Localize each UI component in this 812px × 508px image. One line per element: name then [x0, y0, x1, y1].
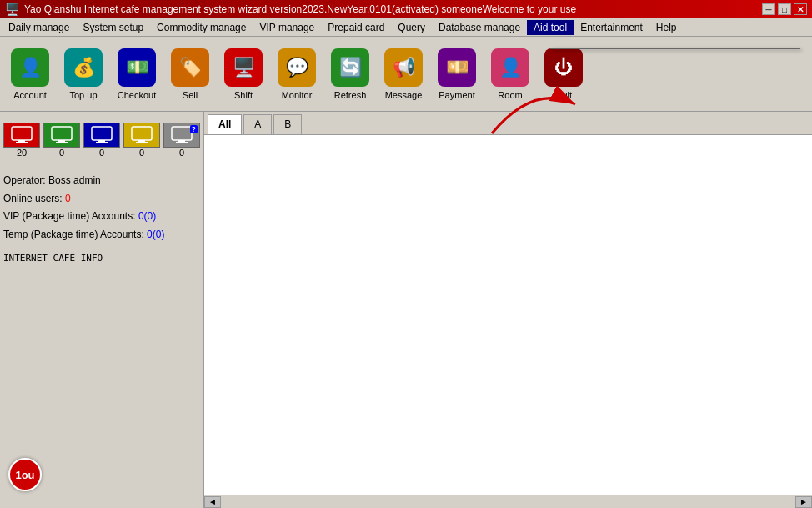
- shift-label: Shift: [234, 90, 253, 100]
- toolbar-btn-sell[interactable]: 🏷️Sell: [165, 41, 215, 108]
- toolbar-btn-shift[interactable]: 🖥️Shift: [218, 41, 268, 108]
- titlebar-controls: ─ □ ✕: [762, 3, 807, 15]
- shift-icon: 🖥️: [224, 48, 263, 87]
- scroll-right[interactable]: ►: [795, 496, 812, 508]
- tab-b[interactable]: B: [273, 114, 302, 134]
- toolbar-btn-checkout[interactable]: 💵Checkout: [112, 41, 162, 108]
- message-icon: 📢: [384, 48, 423, 87]
- cafe-info: INTERNET CAFE INFO: [3, 250, 200, 267]
- main-area: 20000?0◄ Operator: Boss admin Online use…: [0, 112, 812, 508]
- table-container[interactable]: [204, 135, 812, 495]
- menu-item-daily[interactable]: Daily manage: [2, 20, 76, 35]
- checkout-icon: 💵: [118, 48, 156, 87]
- message-label: Message: [385, 90, 423, 100]
- payment-icon: 💴: [438, 48, 476, 87]
- toolbar-btn-quit[interactable]: ⏻Quit: [539, 41, 589, 108]
- info-section: Operator: Boss admin Online users: 0 VIP…: [3, 172, 200, 267]
- room-icon: 👤: [491, 48, 529, 87]
- temp-label: Temp (Package time) Accounts:: [3, 229, 144, 240]
- status-icons: 20000?0◄: [3, 115, 200, 165]
- status-icon-2: 0: [83, 123, 120, 158]
- maximize-button[interactable]: □: [778, 3, 791, 15]
- refresh-icon: 🔄: [331, 48, 369, 87]
- status-icon-3: 0: [123, 123, 160, 158]
- tab-bar: AllAB: [204, 112, 812, 135]
- toolbar-btn-message[interactable]: 📢Message: [378, 41, 429, 108]
- dropdown-menu: [550, 48, 800, 49]
- operator-label: Operator:: [3, 174, 46, 186]
- monitor-label: Monitor: [282, 90, 313, 100]
- left-panel: 20000?0◄ Operator: Boss admin Online use…: [0, 112, 204, 508]
- toolbar-btn-payment[interactable]: 💴Payment: [432, 41, 482, 108]
- menu-item-entertainment[interactable]: Entertainment: [574, 20, 649, 35]
- tab-all[interactable]: All: [208, 114, 242, 134]
- user-badge: 1ou: [8, 458, 42, 491]
- online-users-value: 0: [65, 193, 71, 204]
- menu-item-query[interactable]: Query: [391, 20, 432, 35]
- menubar: Daily manageSystem setupCommodity manage…: [0, 18, 812, 37]
- svg-rect-3: [52, 127, 72, 140]
- vip-value: 0(0): [138, 210, 156, 222]
- titlebar: 🖥️ Yao Qianshu Internet cafe management …: [0, 0, 812, 18]
- menu-item-commodity[interactable]: Commodity manage: [150, 20, 253, 35]
- menu-item-database[interactable]: Database manage: [432, 20, 527, 35]
- minimize-button[interactable]: ─: [762, 3, 775, 15]
- temp-value: 0(0): [147, 229, 164, 240]
- svg-rect-0: [12, 127, 32, 140]
- toolbar-btn-monitor[interactable]: 💬Monitor: [272, 41, 322, 108]
- status-icon-4: ?0: [163, 123, 200, 158]
- quit-label: Quit: [555, 90, 572, 100]
- online-users-label: Online users:: [3, 193, 63, 204]
- user-badge-label: 1ou: [15, 469, 34, 481]
- svg-rect-8: [96, 142, 108, 143]
- temp-info: Temp (Package time) Accounts: 0(0): [3, 226, 200, 244]
- menu-item-prepaid[interactable]: Prepaid card: [321, 20, 391, 35]
- payment-label: Payment: [439, 90, 474, 100]
- svg-rect-10: [138, 140, 145, 142]
- sell-label: Sell: [183, 90, 198, 100]
- monitor-icon: 💬: [278, 48, 316, 87]
- tab-a[interactable]: A: [243, 114, 272, 134]
- vip-label: VIP (Package time) Accounts:: [3, 210, 136, 222]
- svg-rect-12: [172, 127, 192, 140]
- scroll-left[interactable]: ◄: [204, 496, 221, 508]
- scroll-track: [221, 496, 795, 508]
- account-label: Account: [13, 90, 47, 100]
- room-label: Room: [498, 90, 522, 100]
- checkout-label: Checkout: [118, 90, 156, 100]
- status-icon-0: 20: [3, 123, 40, 158]
- topup-icon: 💰: [64, 48, 103, 87]
- svg-rect-4: [58, 140, 65, 142]
- scrollbar-bottom[interactable]: ◄ ►: [204, 495, 812, 508]
- svg-rect-5: [56, 142, 68, 143]
- topup-label: Top up: [69, 90, 97, 100]
- sell-icon: 🏷️: [171, 48, 209, 87]
- menu-item-system[interactable]: System setup: [76, 20, 150, 35]
- svg-rect-11: [136, 142, 148, 143]
- svg-rect-7: [98, 140, 105, 142]
- operator-value: Boss admin: [48, 174, 101, 186]
- online-users-info: Online users: 0: [3, 190, 200, 209]
- operator-info: Operator: Boss admin: [3, 172, 200, 190]
- svg-rect-2: [16, 142, 28, 143]
- toolbar-btn-refresh[interactable]: 🔄Refresh: [325, 41, 375, 108]
- status-icon-1: 0: [43, 123, 80, 158]
- menu-item-vip[interactable]: VIP manage: [253, 20, 321, 35]
- toolbar-btn-topup[interactable]: 💰Top up: [58, 41, 108, 108]
- menu-item-help[interactable]: Help: [649, 20, 684, 35]
- app-icon: 🖥️: [5, 3, 19, 16]
- close-button[interactable]: ✕: [794, 3, 807, 15]
- right-panel: AllAB ◄ ►: [204, 112, 812, 508]
- titlebar-left: 🖥️ Yao Qianshu Internet cafe management …: [5, 3, 576, 16]
- toolbar-btn-room[interactable]: 👤Room: [485, 41, 535, 108]
- svg-rect-13: [178, 140, 185, 142]
- toolbar-btn-account[interactable]: 👤Account: [5, 41, 55, 108]
- account-icon: 👤: [11, 48, 49, 87]
- quit-icon: ⏻: [544, 48, 583, 87]
- titlebar-title: Yao Qianshu Internet cafe management sys…: [24, 3, 576, 15]
- svg-rect-14: [176, 142, 188, 143]
- refresh-label: Refresh: [334, 90, 367, 100]
- svg-rect-6: [92, 127, 112, 140]
- vip-info: VIP (Package time) Accounts: 0(0): [3, 208, 200, 226]
- menu-item-aidtool[interactable]: Aid tool: [527, 20, 574, 35]
